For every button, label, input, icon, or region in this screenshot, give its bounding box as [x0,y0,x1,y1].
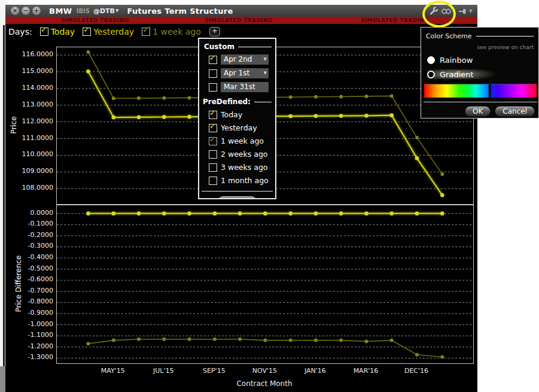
predefined-checkbox[interactable] [209,150,217,159]
predefined-checkbox[interactable] [209,177,217,185]
link-icon[interactable] [441,7,452,16]
custom-days-dialog: Custom ✓Apr 2nd▼Apr 1st▼Mar 31st PreDefi… [198,38,276,199]
data-point [364,114,369,118]
color-scheme-dialog: Color Scheme see preview on chart Rainbo… [421,27,539,118]
custom-date-row: Apr 1st▼ [209,68,275,78]
predefined-label: 1 month ago [221,176,269,185]
x-tick-label: JAN'16 [304,367,326,375]
y-tick-label: 110.0000 [5,150,53,158]
dropdown-caret-icon: ▼ [264,71,267,75]
rainbow-radio[interactable] [427,56,435,64]
data-point [137,338,141,341]
predefined-checkbox[interactable]: ✓ [209,137,217,145]
day-checkbox[interactable]: ✓ [40,28,48,36]
y-tick-label: 113.0000 [5,101,53,108]
check-mark: ✓ [142,26,149,34]
custom-date-rows: ✓Apr 2nd▼Apr 1st▼Mar 31st [199,54,275,92]
custom-date-checkbox[interactable] [209,69,217,78]
check-mark: ✓ [209,54,216,62]
data-point [162,96,166,100]
minimize-button[interactable]: − [22,7,30,15]
pin-icon[interactable] [458,7,467,16]
divider [202,191,273,192]
y-tick-label: -1.2000 [5,342,53,350]
predefined-label: Yesterday [221,123,257,132]
data-point [415,211,419,215]
y-tick-label: -0.1000 [5,220,53,227]
maximize-button[interactable]: + [32,7,41,15]
predefined-row-1-week-ago: ✓1 week ago [209,136,275,145]
predefined-checkbox[interactable]: ✓ [209,111,217,119]
x-axis-title: Contract Month [236,379,292,388]
gradient-preview-bar[interactable] [424,84,537,98]
data-point [415,156,419,160]
data-point [162,211,166,215]
check-mark: ✓ [41,26,47,34]
data-point [339,114,343,118]
day-checkbox[interactable]: ✓ [83,28,91,36]
feed-label: IBIS [77,8,90,14]
gradient-radio[interactable] [427,71,435,78]
wrench-icon[interactable] [429,7,438,16]
radio-label: Rainbow [440,56,473,65]
add-days-button[interactable]: + [209,27,220,37]
data-point [339,211,343,215]
predefined-checkbox[interactable] [209,163,217,172]
predefined-checkbox[interactable]: ✓ [209,124,217,132]
data-point [415,136,419,139]
simulated-trading-banner: SIMULATED TRADINGSIMULATED TRADINGSIMULA… [5,17,477,24]
y-tick-label: -1.0000 [5,320,53,328]
custom-date-checkbox[interactable]: ✓ [209,56,217,64]
close-button[interactable]: Close [217,196,257,199]
venue-caret-icon[interactable]: ▼ [115,8,118,13]
divider [254,102,272,102]
cancel-button[interactable]: Cancel [495,106,535,117]
day-toggle-1-week-ago: ✓1 week ago [142,27,201,37]
y-tick-label: 115.0000 [5,67,53,75]
app-window: ×−+ BMW IBIS @DTB ▼ Futures Term Structu… [5,5,477,392]
data-point [288,114,293,118]
predefined-label: 3 weeks ago [221,163,268,172]
close-button[interactable]: × [11,7,19,15]
custom-date-checkbox[interactable] [209,83,217,92]
predefined-section-title: PreDefined: [203,98,251,106]
data-point [238,338,242,341]
ok-button[interactable]: OK [465,106,491,117]
data-point [314,211,318,215]
divider [476,36,534,37]
data-point [263,339,267,342]
day-toggle-today: ✓Today [40,27,75,37]
date-dropdown[interactable]: Mar 31st [221,82,269,92]
caret-down-icon[interactable]: ▼ [469,8,473,14]
symbol-label: BMW [49,7,72,16]
data-point [389,113,394,117]
data-point [86,69,90,74]
date-dropdown[interactable]: Apr 2nd▼ [221,54,269,65]
data-point [289,95,293,99]
predefined-row-yesterday: ✓Yesterday [209,123,275,132]
window-controls: ×−+ [8,7,41,15]
simulated-trading-text: SIMULATED TRADING [205,17,273,23]
y-tick-label: -0.7000 [5,287,53,294]
predefined-label: 2 weeks ago [221,150,268,159]
data-point [289,339,293,342]
data-point [390,339,394,342]
day-checkbox[interactable]: ✓ [142,28,150,36]
data-point [390,94,394,98]
background-window-corner [0,366,5,392]
check-mark: ✓ [83,26,90,34]
background-window-border [3,25,5,366]
separator-dash-icon: - [454,8,456,14]
data-point [137,211,141,215]
date-dropdown[interactable]: Apr 1st▼ [221,68,269,78]
data-point [137,96,141,100]
date-dropdown-value: Apr 2nd [224,55,262,63]
venue-label[interactable]: @DTB [93,7,115,15]
color-scheme-header: Color Scheme [426,32,534,40]
data-point [364,211,369,215]
divider [238,47,272,47]
days-toolbar: Days: ✓Today✓Yesterday✓1 week ago + [5,24,477,39]
titlebar-toolbar: - ▼ [429,7,473,16]
data-point [112,339,115,342]
y-tick-label: 109.0000 [5,167,53,175]
